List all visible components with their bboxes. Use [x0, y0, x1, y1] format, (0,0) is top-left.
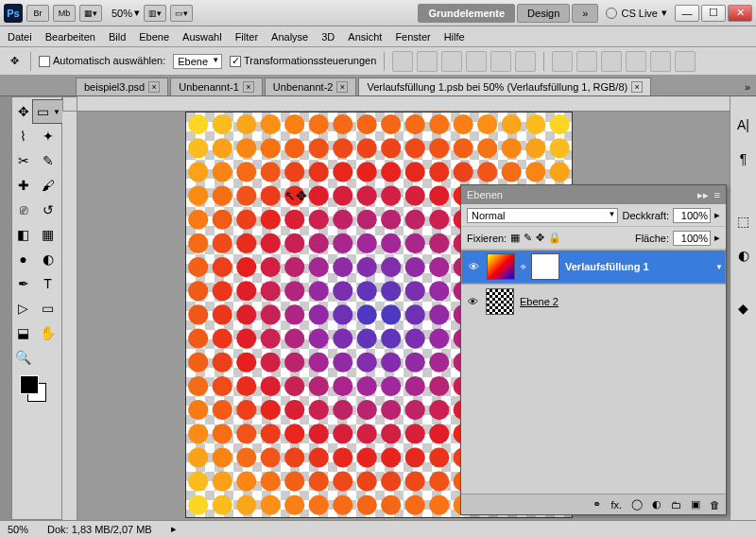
- crop-tool[interactable]: ✂: [14, 148, 32, 173]
- history-brush-tool[interactable]: ↺: [32, 198, 63, 222]
- move-tool[interactable]: ✥: [14, 99, 32, 124]
- menu-filter[interactable]: Filter: [235, 31, 258, 43]
- chevron-right-icon[interactable]: ▸: [714, 209, 720, 221]
- minimize-button[interactable]: —: [675, 5, 699, 22]
- ruler-horizontal[interactable]: [77, 96, 730, 112]
- heal-tool[interactable]: ✚: [14, 173, 32, 198]
- menu-fenster[interactable]: Fenster: [395, 31, 430, 43]
- panel-menu-icon[interactable]: ≡: [714, 189, 720, 200]
- tabs-overflow[interactable]: »: [739, 78, 756, 95]
- chevron-right-icon[interactable]: ▸: [714, 232, 720, 244]
- view-extras-button[interactable]: ▦▾: [79, 5, 102, 22]
- menu-analyse[interactable]: Analyse: [271, 31, 308, 43]
- bridge-button[interactable]: Br: [26, 5, 49, 22]
- workspace-more[interactable]: »: [572, 4, 598, 23]
- layer-name[interactable]: Ebene 2: [520, 296, 558, 307]
- close-icon[interactable]: ×: [631, 81, 643, 93]
- path-tool[interactable]: ▷: [14, 296, 32, 320]
- panel-collapse-icon[interactable]: ▸▸: [697, 189, 709, 201]
- eraser-tool[interactable]: ◧: [14, 222, 32, 247]
- fill-input[interactable]: 100%: [673, 231, 711, 246]
- eye-icon[interactable]: 👁: [465, 294, 480, 309]
- cslive-button[interactable]: CS Live▾: [606, 7, 667, 19]
- eyedropper-tool[interactable]: ✎: [32, 148, 63, 173]
- folder-icon[interactable]: 🗀: [671, 499, 681, 511]
- menu-auswahl[interactable]: Auswahl: [182, 31, 222, 43]
- dist-1[interactable]: [552, 51, 573, 72]
- foreground-color[interactable]: [20, 375, 39, 394]
- new-layer-icon[interactable]: ▣: [691, 498, 700, 511]
- layer-row[interactable]: 👁 ⎆ Verlaufsfüllung 1: [461, 250, 726, 284]
- menu-ebene[interactable]: Ebene: [139, 31, 169, 43]
- marquee-tool[interactable]: ▭: [32, 99, 63, 124]
- layer-thumb-gradient[interactable]: [487, 253, 515, 280]
- layer-name[interactable]: Verlaufsfüllung 1: [565, 261, 649, 272]
- close-icon[interactable]: ×: [243, 81, 254, 93]
- dist-5[interactable]: [650, 51, 671, 72]
- status-zoom[interactable]: 50%: [8, 524, 28, 535]
- brush-tool[interactable]: 🖌: [32, 173, 63, 198]
- zoom-tool[interactable]: 🔍: [14, 345, 32, 370]
- panel-header[interactable]: Ebenen ▸▸ ≡: [461, 185, 726, 204]
- tab-beispiel3[interactable]: beispiel3.psd×: [76, 78, 168, 95]
- lock-all-icon[interactable]: 🔒: [548, 232, 561, 244]
- gradient-tool[interactable]: ▦: [32, 222, 63, 247]
- eye-icon[interactable]: 👁: [466, 259, 481, 274]
- minibridge-button[interactable]: Mb: [53, 5, 76, 22]
- mask-icon[interactable]: ◯: [631, 498, 643, 511]
- layer-row[interactable]: 👁 Ebene 2: [461, 284, 726, 318]
- align-bottom[interactable]: [441, 51, 462, 72]
- auto-select-checkbox[interactable]: Automatisch auswählen:: [39, 55, 165, 67]
- lasso-tool[interactable]: ⌇: [14, 124, 32, 148]
- dist-4[interactable]: [626, 51, 646, 72]
- wand-tool[interactable]: ✦: [32, 124, 63, 148]
- arrange-docs-button[interactable]: ▥▾: [144, 5, 166, 22]
- auto-select-target[interactable]: Ebene: [173, 54, 222, 69]
- lock-transparent-icon[interactable]: ▦: [510, 232, 520, 244]
- close-icon[interactable]: ×: [148, 81, 160, 93]
- move-tool-icon[interactable]: ✥: [6, 53, 23, 70]
- link-layers-icon[interactable]: ⚭: [593, 498, 601, 511]
- tab-unbenannt1[interactable]: Unbenannt-1×: [170, 78, 263, 95]
- zoom-level[interactable]: 50%▾: [110, 7, 140, 19]
- close-button[interactable]: ✕: [728, 5, 752, 22]
- lock-pixels-icon[interactable]: ✎: [524, 232, 532, 244]
- navigator-panel-icon[interactable]: ⬚: [734, 212, 753, 231]
- tab-verlaufsfuellung[interactable]: Verlaufsfüllung 1.psb bei 50% (Verlaufsf…: [358, 78, 651, 95]
- layers-panel-icon[interactable]: ◆: [734, 299, 753, 318]
- menu-bild[interactable]: Bild: [109, 31, 126, 43]
- menu-ansicht[interactable]: Ansicht: [348, 31, 382, 43]
- menu-hilfe[interactable]: Hilfe: [444, 31, 465, 43]
- dodge-tool[interactable]: ◐: [32, 247, 63, 271]
- transform-controls-checkbox[interactable]: ✓Transformationssteuerungen: [230, 55, 376, 67]
- type-tool[interactable]: T: [32, 271, 63, 296]
- layers-panel[interactable]: Ebenen ▸▸ ≡ Normal Deckkraft: 100% ▸ Fix…: [460, 184, 727, 515]
- menu-3d[interactable]: 3D: [321, 31, 335, 43]
- menu-bearbeiten[interactable]: Bearbeiten: [45, 31, 95, 43]
- layer-mask-thumb[interactable]: [531, 253, 559, 280]
- color-swatches[interactable]: [14, 370, 63, 407]
- stamp-tool[interactable]: ⎚: [14, 198, 32, 222]
- align-vcenter[interactable]: [417, 51, 438, 72]
- tab-unbenannt2[interactable]: Unbenannt-2×: [265, 78, 357, 95]
- lock-position-icon[interactable]: ✥: [536, 232, 544, 244]
- status-doc-size[interactable]: Dok: 1,83 MB/2,07 MB: [47, 524, 152, 535]
- fx-icon[interactable]: fx.: [610, 499, 622, 511]
- adjustment-icon[interactable]: ◐: [652, 498, 662, 511]
- opacity-input[interactable]: 100%: [673, 208, 711, 223]
- blend-mode-select[interactable]: Normal: [467, 208, 618, 223]
- align-left[interactable]: [466, 51, 487, 72]
- character-panel-icon[interactable]: A|: [734, 115, 753, 134]
- dist-3[interactable]: [601, 51, 622, 72]
- pen-tool[interactable]: ✒: [14, 271, 32, 296]
- 3d-tool[interactable]: ⬓: [14, 320, 32, 345]
- close-icon[interactable]: ×: [336, 81, 348, 93]
- menu-datei[interactable]: Datei: [8, 31, 32, 43]
- trash-icon[interactable]: 🗑: [710, 499, 720, 511]
- align-hcenter[interactable]: [490, 51, 511, 72]
- layer-thumb-pattern[interactable]: [486, 288, 514, 315]
- shape-tool[interactable]: ▭: [32, 296, 63, 320]
- dist-2[interactable]: [576, 51, 597, 72]
- hand-tool[interactable]: ✋: [32, 320, 63, 345]
- adjustments-panel-icon[interactable]: ◐: [734, 246, 753, 265]
